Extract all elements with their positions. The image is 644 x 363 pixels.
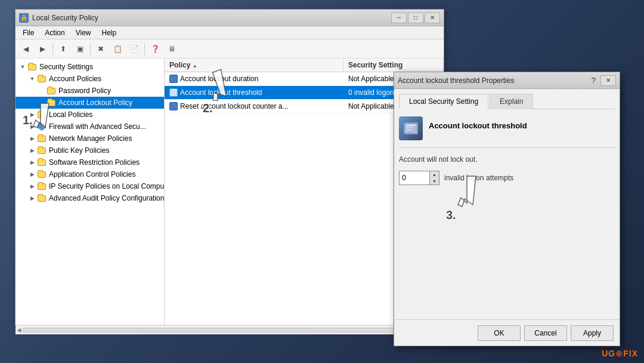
expand-icon: ▼ <box>18 64 27 70</box>
export-button[interactable]: 🖥 <box>164 42 179 56</box>
folder-icon-audit <box>37 193 47 203</box>
minimize-button[interactable]: ─ <box>391 13 407 23</box>
policy-icon-threshold <box>169 88 178 97</box>
tree-item-public-key[interactable]: ▶ Public Key Policies <box>16 144 164 156</box>
main-title-bar: 🔒 Local Security Policy ─ □ ✕ <box>16 10 444 26</box>
folder-icon-app <box>37 170 47 179</box>
toolbar-separator-3 <box>144 43 145 55</box>
svg-text:1.: 1. <box>23 113 33 127</box>
toolbar-separator-1 <box>52 43 53 55</box>
tree-label-account-policies: Account Policies <box>49 75 101 83</box>
dialog-close-button[interactable]: ✕ <box>600 75 616 86</box>
folder-icon-software <box>37 158 47 167</box>
expand-icon-ip: ▶ <box>27 183 37 189</box>
dialog-tabs: Local Security Setting Explain <box>399 94 615 109</box>
expand-icon-app: ▶ <box>27 171 37 177</box>
main-window-title: Local Security Policy <box>32 14 391 22</box>
policy-icon-reset <box>169 102 178 110</box>
apply-button[interactable]: Apply <box>571 325 614 341</box>
svg-rect-2 <box>406 125 416 126</box>
toolbar: ◀ ▶ ⬆ ▣ ✖ 📋 📄 ❓ 🖥 <box>16 39 444 59</box>
step1-indicator: 1. <box>17 88 70 144</box>
back-button[interactable]: ◀ <box>18 42 33 56</box>
dialog-footer: OK Cancel Apply <box>394 319 620 346</box>
tree-item-security-settings[interactable]: ▼ Security Settings <box>16 61 164 73</box>
spin-input-wrapper: ▲ ▼ <box>399 171 439 185</box>
tree-label-public-key: Public Key Policies <box>49 146 109 155</box>
help-button[interactable]: ❓ <box>147 42 163 56</box>
watermark: UG⊕FIX <box>602 349 638 358</box>
cell-text-not-applicable-3: Not Applicable <box>348 102 394 110</box>
cancel-button[interactable]: Cancel <box>524 325 567 341</box>
tree-label-advanced-audit: Advanced Audit Policy Configuration <box>49 194 164 202</box>
svg-text:2.: 2. <box>203 101 213 115</box>
close-button[interactable]: ✕ <box>425 13 440 23</box>
menu-file[interactable]: File <box>18 27 39 38</box>
maximize-button[interactable]: □ <box>408 13 423 23</box>
svg-marker-10 <box>458 176 476 207</box>
toolbar-separator-2 <box>90 43 91 55</box>
dialog-policy-name: Account lockout threshold <box>429 116 527 130</box>
svg-marker-8 <box>204 69 230 101</box>
dialog-title-actions: ? ✕ <box>589 75 616 86</box>
dialog-title: Account lockout threshold Properties <box>398 76 589 85</box>
spin-input[interactable] <box>400 171 429 184</box>
tree-item-ip-security[interactable]: ▶ IP Security Policies on Local Compute.… <box>16 180 164 192</box>
svg-rect-3 <box>406 127 413 128</box>
tree-item-app-control[interactable]: ▶ Application Control Policies <box>16 168 164 180</box>
dialog-content-area: Account lockout threshold <box>399 116 615 140</box>
svg-rect-4 <box>406 130 412 131</box>
expand-icon-audit: ▶ <box>27 195 37 201</box>
tree-label-app-control: Application Control Policies <box>49 170 135 179</box>
dialog-separator <box>399 147 615 148</box>
tree-item-software-restriction[interactable]: ▶ Software Restriction Policies <box>16 156 164 168</box>
up-button[interactable]: ⬆ <box>55 42 71 56</box>
dialog-title-bar: Account lockout threshold Properties ? ✕ <box>394 72 620 89</box>
forward-button[interactable]: ▶ <box>35 42 50 56</box>
folder-icon-pubkey <box>37 146 47 155</box>
folder-icon-ip <box>37 182 47 191</box>
dialog-body: Local Security Setting Explain Account l… <box>394 89 620 319</box>
tree-label-security-settings: Security Settings <box>39 63 93 71</box>
main-window: 🔒 Local Security Policy ─ □ ✕ File Actio… <box>15 9 444 325</box>
folder-icon-account <box>37 74 47 84</box>
show-hide-button[interactable]: ▣ <box>72 42 88 56</box>
col-header-setting[interactable]: Security Setting <box>343 59 444 72</box>
tab-local-security-setting[interactable]: Local Security Setting <box>399 94 488 109</box>
delete-button[interactable]: ✖ <box>93 42 109 56</box>
dialog-window: Account lockout threshold Properties ? ✕… <box>394 72 620 346</box>
dialog-description: Account will not lock out. <box>399 155 615 164</box>
svg-text:3.: 3. <box>446 208 456 222</box>
step2-indicator: 2. <box>185 66 244 127</box>
properties-button[interactable]: 📋 <box>110 42 125 56</box>
spin-row: ▲ ▼ invalid logon attempts <box>399 171 615 185</box>
svg-marker-6 <box>33 103 49 128</box>
dialog-policy-icon <box>399 116 423 140</box>
folder-icon <box>27 62 37 72</box>
tree-label-ip-security: IP Security Policies on Local Compute... <box>49 182 165 190</box>
horizontal-scrollbar[interactable]: ◀ ▶ <box>16 325 444 334</box>
cell-text-not-applicable-1: Not Applicable <box>348 75 394 83</box>
view-button[interactable]: 📄 <box>126 42 142 56</box>
tree-label-software-restriction: Software Restriction Policies <box>49 158 140 167</box>
step3-indicator: 3. <box>434 170 494 232</box>
expand-icon-pubkey: ▶ <box>27 147 37 153</box>
menu-bar: File Action View Help <box>16 26 444 39</box>
menu-help[interactable]: Help <box>97 27 122 38</box>
dialog-help-button[interactable]: ? <box>589 76 598 85</box>
tab-explain[interactable]: Explain <box>490 94 533 109</box>
title-bar-buttons: ─ □ ✕ <box>391 13 440 23</box>
ok-button[interactable]: OK <box>478 325 521 341</box>
expand-icon-account: ▼ <box>27 76 37 82</box>
expand-icon-software: ▶ <box>27 159 37 165</box>
menu-action[interactable]: Action <box>40 27 69 38</box>
tree-item-advanced-audit[interactable]: ▶ Advanced Audit Policy Configuration <box>16 192 164 204</box>
menu-view[interactable]: View <box>71 27 96 38</box>
policy-icon <box>169 75 178 83</box>
tree-item-account-policies[interactable]: ▼ Account Policies <box>16 73 164 85</box>
main-window-icon: 🔒 <box>19 13 29 23</box>
